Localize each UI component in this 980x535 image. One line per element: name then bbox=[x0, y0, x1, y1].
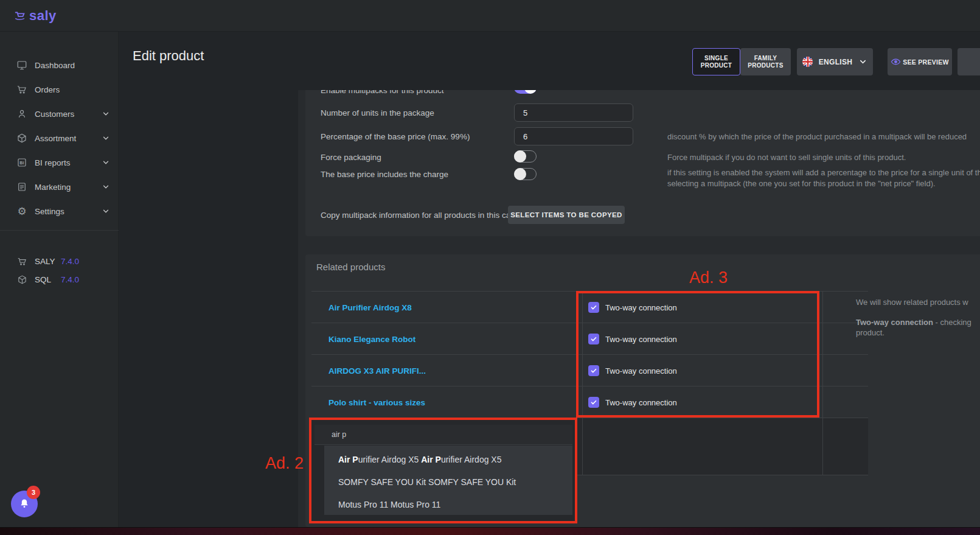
dropdown-option[interactable]: Air Purifier Airdog X5 Air Purifier Aird… bbox=[324, 448, 572, 470]
related-help-text: We will show related products w Two-way … bbox=[856, 297, 980, 338]
chevron-down-icon bbox=[102, 158, 110, 167]
app-version-sql: SQL 7.4.0 bbox=[0, 270, 119, 288]
units-value: 5 bbox=[523, 108, 527, 117]
desktop-wallpaper-strip bbox=[0, 527, 980, 535]
box-icon bbox=[16, 132, 28, 144]
search-value: air p bbox=[332, 430, 346, 439]
option-match: Air P bbox=[338, 455, 358, 464]
annotation-label-3: Ad. 3 bbox=[689, 268, 728, 287]
app-version-link[interactable]: 7.4.0 bbox=[61, 257, 79, 266]
sidebar-item-customers[interactable]: Customers bbox=[0, 102, 119, 125]
sidebar-item-assortment[interactable]: Assortment bbox=[0, 127, 119, 150]
table-row: Kiano Elegance Robot Two-way connection bbox=[311, 323, 868, 355]
monitor-icon bbox=[16, 59, 28, 71]
dropdown-options-panel: Air Purifier Airdog X5 Air Purifier Aird… bbox=[324, 446, 572, 515]
box-icon bbox=[16, 273, 28, 285]
units-label: Number of units in the package bbox=[321, 108, 434, 117]
single-product-label: SINGLE PRODUCT bbox=[693, 55, 740, 69]
app-name: SALY bbox=[35, 257, 55, 266]
sidebar-item-label: BI reports bbox=[35, 158, 71, 167]
app-window: saly Dashboard Orders bbox=[0, 0, 980, 535]
cart-icon bbox=[16, 255, 28, 267]
app-version-link[interactable]: 7.4.0 bbox=[61, 275, 79, 284]
sidebar-item-marketing[interactable]: Marketing bbox=[0, 175, 119, 198]
language-label: ENGLISH bbox=[819, 58, 852, 66]
force-packaging-toggle[interactable] bbox=[514, 150, 537, 163]
topbar: saly bbox=[0, 0, 980, 32]
enable-multipacks-label: Enable multipacks for this product bbox=[321, 90, 444, 95]
notifications-button[interactable]: 3 bbox=[11, 491, 38, 517]
sidebar-item-label: Marketing bbox=[35, 183, 71, 192]
related-help-bold: Two-way connection bbox=[856, 318, 933, 327]
charge-help-line2: selecting a multipack (the one you set f… bbox=[667, 179, 980, 188]
option-text: Motus Pro 11 Motus Pro 11 bbox=[338, 500, 440, 509]
eye-icon bbox=[891, 57, 901, 67]
gear-icon: ⚙ bbox=[16, 205, 28, 217]
option-text: SOMFY SAFE YOU Kit SOMFY SAFE YOU Kit bbox=[338, 477, 516, 487]
product-link[interactable]: Kiano Elegance Robot bbox=[328, 334, 415, 343]
notification-badge: 3 bbox=[27, 486, 40, 499]
sidebar-item-label: Settings bbox=[35, 207, 64, 216]
product-link[interactable]: Polo shirt - various sizes bbox=[328, 397, 425, 407]
select-items-label: SELECT ITEMS TO BE COPYED bbox=[510, 211, 622, 219]
related-search-input[interactable]: air p bbox=[315, 425, 572, 445]
document-icon bbox=[16, 181, 28, 193]
see-preview-button[interactable]: SEE PREVIEW bbox=[888, 48, 952, 75]
chevron-down-icon bbox=[102, 207, 110, 215]
sidebar-item-label: Assortment bbox=[35, 134, 76, 143]
product-link[interactable]: AIRDOG X3 AIR PURIFI... bbox=[328, 366, 426, 375]
single-product-tab[interactable]: SINGLE PRODUCT bbox=[692, 48, 740, 75]
sidebar-item-label: Customers bbox=[35, 110, 74, 119]
sidebar-item-orders[interactable]: Orders bbox=[0, 78, 119, 101]
partial-button[interactable] bbox=[957, 48, 980, 75]
saly-logo[interactable]: saly bbox=[13, 8, 57, 24]
family-products-label: FAMILY PRODUCTS bbox=[740, 55, 791, 69]
percent-input[interactable]: 6 bbox=[514, 127, 633, 145]
language-selector[interactable]: ENGLISH bbox=[797, 48, 873, 75]
page-title: Edit product bbox=[133, 48, 204, 64]
base-price-charge-toggle[interactable] bbox=[514, 168, 537, 180]
two-way-label: Two-way connection bbox=[605, 366, 677, 376]
percent-label: Percentage of the base price (max. 99%) bbox=[321, 132, 470, 141]
cart-icon bbox=[16, 83, 28, 96]
select-items-button[interactable]: SELECT ITEMS TO BE COPYED bbox=[508, 206, 625, 224]
uk-flag-icon bbox=[802, 57, 813, 67]
two-way-label: Two-way connection bbox=[605, 335, 677, 344]
family-products-tab[interactable]: FAMILY PRODUCTS bbox=[740, 48, 791, 75]
charge-help-line1: if this setting is enabled the system wi… bbox=[667, 168, 980, 177]
two-way-checkbox[interactable] bbox=[588, 365, 599, 376]
two-way-label: Two-way connection bbox=[605, 398, 677, 407]
chevron-down-icon bbox=[102, 183, 110, 191]
chevron-down-icon bbox=[102, 134, 110, 142]
force-packaging-label: Force packaging bbox=[321, 153, 381, 162]
two-way-checkbox[interactable] bbox=[588, 302, 599, 313]
sidebar-divider bbox=[0, 230, 119, 231]
dropdown-option[interactable]: Motus Pro 11 Motus Pro 11 bbox=[324, 493, 572, 516]
bell-icon bbox=[18, 498, 30, 510]
table-row: Air Purifier Airdog X8 Two-way connectio… bbox=[311, 292, 868, 323]
option-text: urifier Airdog X5 bbox=[441, 455, 502, 464]
annotation-label-2: Ad. 2 bbox=[265, 454, 304, 473]
units-input[interactable]: 5 bbox=[514, 103, 633, 122]
sidebar-item-dashboard[interactable]: Dashboard bbox=[0, 54, 119, 77]
sidebar-item-bi-reports[interactable]: Bi BI reports bbox=[0, 151, 119, 174]
dropdown-option[interactable]: SOMFY SAFE YOU Kit SOMFY SAFE YOU Kit bbox=[324, 470, 572, 493]
sidebar-item-settings[interactable]: ⚙ Settings bbox=[0, 200, 119, 223]
related-help-line3: product. bbox=[856, 327, 980, 338]
sidebar-item-label: Dashboard bbox=[35, 61, 75, 70]
chevron-down-icon bbox=[102, 110, 110, 118]
related-help-line1: We will show related products w bbox=[856, 297, 980, 307]
enable-multipacks-toggle[interactable] bbox=[514, 90, 537, 94]
percent-help-text: discount % by which the price of the pro… bbox=[667, 132, 980, 141]
force-help-text: Force multipack if you do not want to se… bbox=[667, 153, 980, 162]
bi-icon: Bi bbox=[16, 156, 28, 169]
page-header: Edit product SINGLE PRODUCT FAMILY PRODU… bbox=[119, 32, 980, 90]
base-price-charge-label: The base price includes the charge bbox=[321, 170, 448, 179]
sidebar: Dashboard Orders Customers bbox=[0, 32, 119, 528]
two-way-checkbox[interactable] bbox=[588, 397, 599, 408]
table-column-divider bbox=[822, 291, 823, 475]
two-way-checkbox[interactable] bbox=[588, 334, 599, 344]
product-link[interactable]: Air Purifier Airdog X8 bbox=[328, 302, 412, 312]
table-row: AIRDOG X3 AIR PURIFI... Two-way connecti… bbox=[311, 355, 868, 386]
option-text: urifier Airdog X5 bbox=[358, 455, 422, 464]
